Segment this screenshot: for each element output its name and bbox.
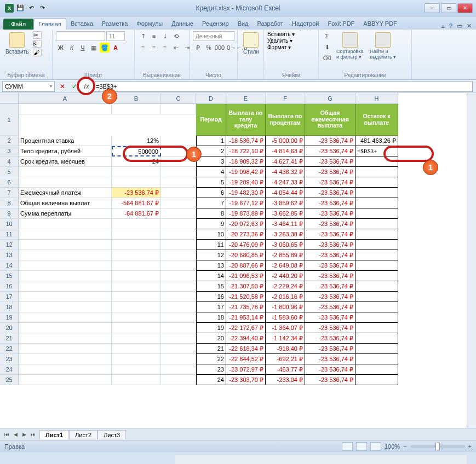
ribbon-tab-надстрой[interactable]: Надстрой: [288, 18, 323, 30]
cell-h20[interactable]: [355, 323, 398, 333]
cell-h8[interactable]: [355, 198, 398, 208]
cells-delete-button[interactable]: Удалить ▾: [267, 38, 293, 44]
cell-h10[interactable]: [355, 219, 398, 229]
cell-h14[interactable]: [355, 260, 398, 271]
window-close-icon[interactable]: ✕: [467, 22, 472, 30]
cell-g24[interactable]: -23 536,74 ₽: [305, 364, 355, 375]
cell-b19[interactable]: [112, 312, 161, 323]
cell-a19[interactable]: [19, 312, 112, 323]
cell-e5[interactable]: -19 098,42 ₽: [226, 167, 266, 177]
cell-g18[interactable]: -23 536,74 ₽: [305, 302, 355, 312]
row-header-4[interactable]: 4: [0, 156, 19, 167]
cell-d8[interactable]: 7: [196, 198, 226, 208]
cell-d2[interactable]: 1: [196, 136, 226, 146]
row-header-1[interactable]: 1: [0, 104, 19, 136]
row-header-23[interactable]: 23: [0, 354, 19, 364]
align-top-icon[interactable]: ⤒: [138, 31, 148, 41]
row-header-20[interactable]: 20: [0, 323, 19, 333]
cell-c12[interactable]: [161, 240, 196, 250]
cell-h17[interactable]: [355, 292, 398, 302]
cell-b7[interactable]: -23 536,74 ₽: [112, 188, 161, 198]
bold-icon[interactable]: Ж: [56, 43, 66, 53]
cell-e19[interactable]: -21 953,14 ₽: [226, 312, 266, 323]
cell-e17[interactable]: -21 520,58 ₽: [226, 292, 266, 302]
cell-h22[interactable]: [355, 344, 398, 354]
cell-h25[interactable]: [355, 375, 398, 385]
align-center-icon[interactable]: ≡: [149, 43, 159, 53]
cell-d24[interactable]: 23: [196, 364, 226, 375]
ribbon-minimize-icon[interactable]: ▵: [441, 22, 445, 30]
cell-c22[interactable]: [161, 344, 196, 354]
cell-f2[interactable]: -5 000,00 ₽: [266, 136, 305, 146]
cell-g11[interactable]: -23 536,74 ₽: [305, 229, 355, 240]
cell-d9[interactable]: 8: [196, 208, 226, 219]
cell-b14[interactable]: [112, 260, 161, 271]
clear-icon[interactable]: ⌫: [322, 53, 332, 63]
cell-g16[interactable]: -23 536,74 ₽: [305, 281, 355, 292]
header-period[interactable]: Период: [196, 104, 226, 136]
ribbon-tab-разметка[interactable]: Разметка: [98, 18, 133, 30]
cell-e14[interactable]: -20 887,66 ₽: [226, 260, 266, 271]
cell-h9[interactable]: [355, 208, 398, 219]
cell-e11[interactable]: -20 273,36 ₽: [226, 229, 266, 240]
undo-icon[interactable]: ↶: [26, 3, 36, 13]
col-header-F[interactable]: F: [266, 93, 305, 104]
cell-e6[interactable]: -19 289,40 ₽: [226, 177, 266, 188]
sheet-nav-next-icon[interactable]: ▶: [20, 430, 28, 439]
cell-a16[interactable]: [19, 281, 112, 292]
cell-a9[interactable]: Сумма переплаты: [19, 208, 112, 219]
cell-c9[interactable]: [161, 208, 196, 219]
fill-color-icon[interactable]: 🪣: [100, 43, 110, 53]
cell-c8[interactable]: [161, 198, 196, 208]
cell-b15[interactable]: [112, 271, 161, 281]
col-header-C[interactable]: C: [161, 93, 196, 104]
cell-d16[interactable]: 15: [196, 281, 226, 292]
cell-b21[interactable]: [112, 333, 161, 344]
row-header-25[interactable]: 25: [0, 375, 19, 385]
font-color-icon[interactable]: A: [111, 43, 121, 53]
ribbon-tab-разработ[interactable]: Разработ: [253, 18, 288, 30]
cell-c5[interactable]: [161, 167, 196, 177]
cell-d18[interactable]: 17: [196, 302, 226, 312]
cell-h3[interactable]: =$B$3+: [355, 146, 398, 156]
cell-a8[interactable]: Общая величина выплат: [19, 198, 112, 208]
cell-d5[interactable]: 4: [196, 167, 226, 177]
cell-a2[interactable]: Процентная ставка: [19, 136, 112, 146]
cell-d14[interactable]: 13: [196, 260, 226, 271]
cell-e24[interactable]: -23 072,97 ₽: [226, 364, 266, 375]
cell-d6[interactable]: 5: [196, 177, 226, 188]
cell-f6[interactable]: -4 247,33 ₽: [266, 177, 305, 188]
cell-d19[interactable]: 18: [196, 312, 226, 323]
cell-c2[interactable]: [161, 136, 196, 146]
close-button[interactable]: ✕: [457, 3, 473, 13]
cell-h11[interactable]: [355, 229, 398, 240]
ribbon-tab-главная[interactable]: Главная: [33, 18, 66, 30]
row-header-17[interactable]: 17: [0, 292, 19, 302]
find-select-button[interactable]: Найти и выделить ▾: [368, 31, 398, 61]
fill-icon[interactable]: ⬇: [322, 42, 332, 52]
cell-c18[interactable]: [161, 302, 196, 312]
cell-c19[interactable]: [161, 312, 196, 323]
row-header-19[interactable]: 19: [0, 312, 19, 323]
cell-b8[interactable]: -564 881,67 ₽: [112, 198, 161, 208]
cell-f10[interactable]: -3 464,11 ₽: [266, 219, 305, 229]
cell-d15[interactable]: 14: [196, 271, 226, 281]
currency-icon[interactable]: ₽: [193, 43, 203, 53]
cell-b11[interactable]: [112, 229, 161, 240]
cell-c11[interactable]: [161, 229, 196, 240]
vertical-scrollbar[interactable]: [467, 93, 476, 428]
worksheet-grid[interactable]: ABCDEFGH 1ПериодВыплата по телу кредитаВ…: [0, 93, 476, 428]
cell-e22[interactable]: -22 618,34 ₽: [226, 344, 266, 354]
cell-f19[interactable]: -1 583,60 ₽: [266, 312, 305, 323]
cell-a14[interactable]: [19, 260, 112, 271]
cell-g10[interactable]: -23 536,74 ₽: [305, 219, 355, 229]
cell-d17[interactable]: 16: [196, 292, 226, 302]
cell-e16[interactable]: -21 307,50 ₽: [226, 281, 266, 292]
cell-a22[interactable]: [19, 344, 112, 354]
cell-f18[interactable]: -1 800,96 ₽: [266, 302, 305, 312]
cell-f7[interactable]: -4 054,44 ₽: [266, 188, 305, 198]
cell-g13[interactable]: -23 536,74 ₽: [305, 250, 355, 260]
underline-icon[interactable]: Ч: [78, 43, 88, 53]
row-header-21[interactable]: 21: [0, 333, 19, 344]
cell-g8[interactable]: -23 536,74 ₽: [305, 198, 355, 208]
